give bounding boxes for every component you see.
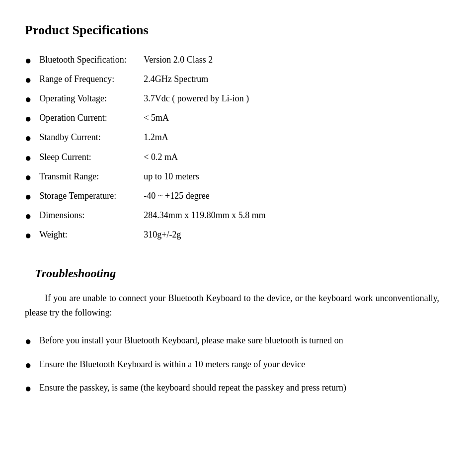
spec-value: 3.7Vdc ( powered by Li-ion ) [144, 91, 249, 106]
spec-value: Version 2.0 Class 2 [144, 53, 213, 67]
troubleshoot-text: Ensure the passkey, is same (the keyboar… [39, 381, 439, 395]
spec-value: 1.2mA [144, 130, 168, 145]
spec-label: Weight: [39, 228, 144, 242]
bullet-icon: ● [25, 356, 31, 374]
spec-value: 310g+/-2g [144, 228, 181, 242]
bullet-icon: ● [25, 90, 31, 108]
list-item: ● Sleep Current: < 0.2 mA [25, 150, 439, 166]
spec-label: Operating Voltage: [39, 91, 144, 106]
spec-value: up to 10 meters [144, 169, 199, 184]
spec-value: < 5mA [144, 111, 169, 125]
bullet-icon: ● [25, 110, 31, 127]
troubleshoot-list: ● Before you install your Bluetooth Keyb… [25, 333, 439, 397]
spec-value: < 0.2 mA [144, 150, 178, 164]
spec-label: Standby Current: [39, 130, 144, 145]
list-item: ● Weight: 310g+/-2g [25, 228, 439, 244]
bullet-icon: ● [25, 168, 31, 186]
spec-label: Bluetooth Specification: [39, 53, 144, 67]
list-item: ● Standby Current: 1.2mA [25, 130, 439, 147]
list-item: ● Dimensions: 284.34mm x 119.80mm x 5.8 … [25, 208, 439, 225]
bullet-icon: ● [25, 129, 31, 147]
bullet-icon: ● [25, 188, 31, 205]
specs-list: ● Bluetooth Specification: Version 2.0 C… [25, 53, 439, 244]
list-item: ● Range of Frequency: 2.4GHz Spectrum [25, 72, 439, 88]
spec-label: Transmit Range: [39, 169, 144, 184]
bullet-icon: ● [25, 207, 31, 225]
troubleshooting-intro: If you are unable to connect your Blueto… [25, 291, 439, 320]
bullet-icon: ● [25, 332, 31, 350]
spec-value: -40 ~ +125 degree [144, 189, 209, 203]
troubleshooting-title: Troubleshooting [25, 264, 439, 283]
spec-label: Range of Frequency: [39, 72, 144, 86]
list-item: ● Bluetooth Specification: Version 2.0 C… [25, 53, 439, 69]
list-item: ● Transmit Range: up to 10 meters [25, 169, 439, 186]
troubleshoot-text: Before you install your Bluetooth Keyboa… [39, 333, 439, 348]
list-item: ● Storage Temperature: -40 ~ +125 degree [25, 189, 439, 205]
spec-label: Sleep Current: [39, 150, 144, 164]
list-item: ● Ensure the Bluetooth Keyboard is withi… [25, 357, 439, 374]
bullet-icon: ● [25, 149, 31, 166]
page-title: Product Specifications [25, 20, 439, 41]
bullet-icon: ● [25, 71, 31, 88]
bullet-icon: ● [25, 380, 31, 397]
list-item: ● Operating Voltage: 3.7Vdc ( powered by… [25, 91, 439, 108]
spec-value: 284.34mm x 119.80mm x 5.8 mm [144, 208, 265, 223]
list-item: ● Operation Current: < 5mA [25, 111, 439, 127]
spec-label: Storage Temperature: [39, 189, 144, 203]
bullet-icon: ● [25, 52, 31, 69]
list-item: ● Before you install your Bluetooth Keyb… [25, 333, 439, 350]
list-item: ● Ensure the passkey, is same (the keybo… [25, 381, 439, 397]
spec-label: Operation Current: [39, 111, 144, 125]
troubleshoot-text: Ensure the Bluetooth Keyboard is within … [39, 357, 439, 372]
spec-label: Dimensions: [39, 208, 144, 223]
spec-value: 2.4GHz Spectrum [144, 72, 208, 86]
bullet-icon: ● [25, 227, 31, 244]
